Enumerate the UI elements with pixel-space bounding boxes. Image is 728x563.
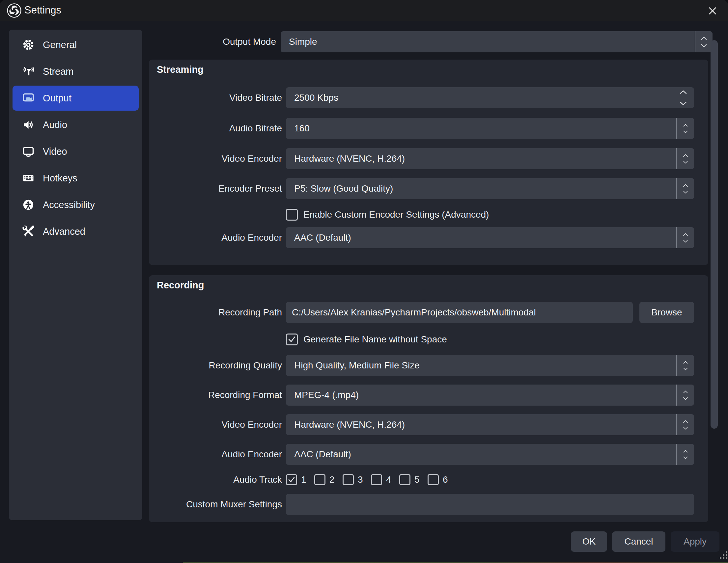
recording-path-label: Recording Path — [149, 302, 282, 323]
chevron-up-down-icon[interactable] — [695, 31, 713, 52]
sidebar-item-label: Advanced — [43, 226, 85, 237]
sidebar-item-advanced[interactable]: Advanced — [13, 219, 139, 244]
audio-track-6-label: 6 — [443, 474, 448, 485]
recording-quality-label: Recording Quality — [149, 355, 282, 376]
chevron-up-down-icon[interactable] — [676, 227, 694, 248]
custom-muxer-input[interactable] — [286, 494, 694, 515]
obs-logo-icon — [7, 3, 22, 18]
window-title: Settings — [24, 4, 61, 16]
audio-track-2-checkbox[interactable] — [314, 474, 325, 485]
cancel-button[interactable]: Cancel — [612, 531, 665, 552]
audio-track-4-checkbox[interactable] — [371, 474, 382, 485]
vertical-scrollbar[interactable] — [711, 40, 718, 429]
sidebar-item-audio[interactable]: Audio — [13, 112, 139, 137]
chevron-up-down-icon[interactable] — [676, 414, 694, 435]
stream-video-encoder-select[interactable]: Hardware (NVENC, H.264) — [286, 148, 694, 169]
custom-encoder-checkbox-label: Enable Custom Encoder Settings (Advanced… — [303, 210, 489, 220]
audio-track-5-checkbox[interactable] — [399, 474, 410, 485]
audio-track-2-label: 2 — [329, 474, 335, 485]
rec-video-encoder-select[interactable]: Hardware (NVENC, H.264) — [286, 414, 694, 435]
recording-quality-select[interactable]: High Quality, Medium File Size — [286, 355, 694, 376]
sidebar-item-hotkeys[interactable]: Hotkeys — [13, 166, 139, 191]
audio-track-3-label: 3 — [358, 474, 363, 485]
screen-record-icon — [22, 92, 35, 105]
custom-encoder-checkbox[interactable] — [286, 209, 298, 221]
chevron-up-down-icon[interactable] — [676, 148, 694, 169]
sidebar-item-label: Accessibility — [43, 200, 95, 211]
monitor-icon — [22, 145, 35, 158]
audio-track-1-checkbox[interactable] — [286, 474, 297, 485]
chevron-up-down-icon[interactable] — [676, 355, 694, 376]
stream-video-encoder-label: Video Encoder — [149, 148, 282, 169]
sidebar-item-accessibility[interactable]: Accessibility — [13, 192, 139, 217]
chevron-up-down-icon[interactable] — [676, 444, 694, 465]
sidebar-item-video[interactable]: Video — [13, 139, 139, 164]
video-bitrate-spinner[interactable]: 2500 Kbps — [286, 87, 694, 108]
chevron-up-down-icon[interactable] — [676, 178, 694, 199]
stream-audio-encoder-label: Audio Encoder — [149, 227, 282, 248]
streaming-section: Streaming Video Bitrate 2500 Kbps Audio … — [149, 60, 708, 265]
ok-button[interactable]: OK — [571, 531, 607, 552]
audio-track-label: Audio Track — [149, 473, 282, 486]
accessibility-icon — [22, 198, 35, 211]
sidebar-item-label: Output — [43, 93, 71, 104]
stream-audio-encoder-value: AAC (Default) — [294, 227, 671, 248]
custom-muxer-label: Custom Muxer Settings — [149, 494, 282, 515]
sidebar-item-label: Audio — [43, 120, 67, 130]
speaker-icon — [22, 118, 35, 131]
spinner-arrows-icon[interactable] — [678, 87, 689, 108]
titlebar: Settings — [0, 0, 728, 21]
resize-grip-icon[interactable] — [719, 550, 728, 560]
browse-button[interactable]: Browse — [639, 302, 694, 323]
rec-audio-encoder-value: AAC (Default) — [294, 444, 671, 465]
sidebar-item-label: Hotkeys — [43, 173, 77, 184]
sidebar-item-stream[interactable]: Stream — [13, 59, 139, 84]
audio-bitrate-value: 160 — [294, 118, 671, 139]
audio-track-1-label: 1 — [301, 474, 306, 485]
sidebar: General Stream — [9, 30, 142, 520]
output-mode-value: Simple — [289, 31, 689, 52]
chevron-up-down-icon[interactable] — [676, 384, 694, 406]
sidebar-item-output[interactable]: Output — [13, 86, 139, 111]
output-mode-select[interactable]: Simple — [281, 31, 713, 52]
filename-no-space-checkbox-label: Generate File Name without Space — [303, 334, 447, 345]
audio-bitrate-select[interactable]: 160 — [286, 118, 694, 139]
recording-quality-value: High Quality, Medium File Size — [294, 355, 671, 376]
recording-format-value: MPEG-4 (.mp4) — [294, 384, 671, 406]
tools-icon — [22, 225, 35, 238]
apply-button[interactable]: Apply — [671, 531, 719, 552]
recording-path-value: C:/Users/Alex Kranias/PycharmProjects/ob… — [292, 302, 628, 323]
recording-format-label: Recording Format — [149, 384, 282, 406]
rec-audio-encoder-select[interactable]: AAC (Default) — [286, 444, 694, 465]
close-icon[interactable] — [706, 4, 719, 18]
audio-track-5-label: 5 — [414, 474, 420, 485]
audio-track-group: 1 2 3 4 5 — [286, 473, 456, 486]
sidebar-item-label: Stream — [43, 66, 73, 77]
recording-section: Recording Recording Path C:/Users/Alex K… — [149, 275, 708, 522]
recording-title: Recording — [157, 280, 204, 291]
encoder-preset-select[interactable]: P5: Slow (Good Quality) — [286, 178, 694, 199]
keyboard-icon — [22, 172, 35, 185]
audio-bitrate-label: Audio Bitrate — [149, 118, 282, 139]
audio-track-4-label: 4 — [386, 474, 391, 485]
audio-track-6-checkbox[interactable] — [428, 474, 439, 485]
background-window-edge — [183, 562, 728, 563]
rec-video-encoder-label: Video Encoder — [149, 414, 282, 435]
stream-audio-encoder-select[interactable]: AAC (Default) — [286, 227, 694, 248]
video-bitrate-label: Video Bitrate — [149, 87, 282, 108]
recording-path-input[interactable]: C:/Users/Alex Kranias/PycharmProjects/ob… — [286, 302, 633, 323]
streaming-title: Streaming — [157, 64, 204, 75]
output-mode-label: Output Mode — [150, 31, 276, 52]
recording-format-select[interactable]: MPEG-4 (.mp4) — [286, 384, 694, 406]
filename-no-space-checkbox[interactable] — [286, 333, 298, 345]
audio-track-3-checkbox[interactable] — [343, 474, 354, 485]
sidebar-item-general[interactable]: General — [13, 32, 139, 57]
settings-dialog: Settings General — [0, 0, 728, 563]
custom-muxer-value — [292, 494, 689, 515]
sidebar-item-label: Video — [43, 146, 67, 157]
antenna-icon — [22, 65, 35, 78]
encoder-preset-label: Encoder Preset — [149, 178, 282, 199]
video-bitrate-value: 2500 Kbps — [294, 87, 671, 108]
chevron-up-down-icon[interactable] — [676, 118, 694, 139]
rec-audio-encoder-label: Audio Encoder — [149, 444, 282, 465]
